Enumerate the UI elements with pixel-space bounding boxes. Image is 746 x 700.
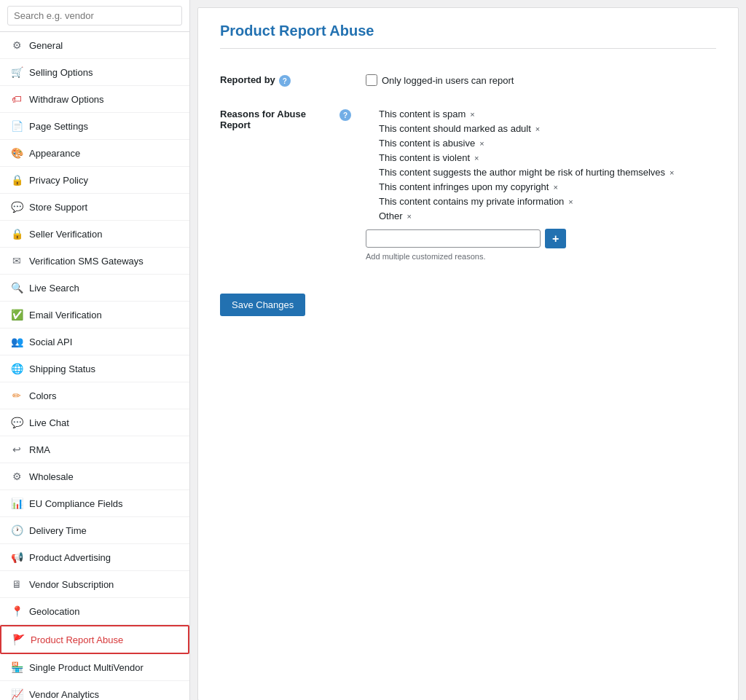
reasons-label: Reasons for Abuse Report [220, 109, 336, 130]
rma-icon: ↩ [10, 443, 23, 456]
sidebar-item-store-support[interactable]: 💬Store Support [0, 194, 189, 221]
sidebar: ⚙General🛒Selling Options🏷Withdraw Option… [0, 0, 190, 700]
sidebar-item-email-verification[interactable]: ✅Email Verification [0, 302, 189, 329]
reported-by-field-cell: Only logged-in users can report [366, 63, 716, 98]
sidebar-item-label-selling-options: Selling Options [29, 67, 93, 78]
add-reason-hint: Add multiple customized reasons. [366, 252, 716, 261]
reason-item-violent: This content is violent× [379, 152, 716, 163]
sidebar-item-colors[interactable]: ✏Colors [0, 382, 189, 409]
reported-by-checkbox[interactable] [366, 74, 377, 86]
reason-remove-other[interactable]: × [407, 212, 412, 221]
sidebar-item-label-colors: Colors [29, 390, 57, 401]
sidebar-item-single-product-multivendor[interactable]: 🏪Single Product MultiVendor [0, 654, 189, 681]
sidebar-item-rma[interactable]: ↩RMA [0, 436, 189, 463]
reasons-row: Reasons for Abuse Report ? This content … [220, 98, 716, 272]
reason-remove-violent[interactable]: × [474, 154, 479, 162]
general-icon: ⚙ [10, 39, 23, 52]
sidebar-item-verification-sms[interactable]: ✉Verification SMS Gateways [0, 248, 189, 275]
eu-compliance-icon: 📊 [10, 497, 23, 510]
sidebar-item-social-api[interactable]: 👥Social API [0, 329, 189, 355]
sidebar-item-seller-verification[interactable]: 🔒Seller Verification [0, 221, 189, 248]
reason-text-abusive: This content is abusive [379, 138, 475, 149]
reported-by-checkbox-row: Only logged-in users can report [366, 74, 716, 86]
sidebar-item-vendor-analytics[interactable]: 📈Vendor Analytics [0, 681, 189, 700]
sidebar-item-page-settings[interactable]: 📄Page Settings [0, 113, 189, 140]
seller-verification-icon: 🔒 [10, 227, 23, 240]
sidebar-search-input[interactable] [7, 6, 182, 25]
sidebar-item-label-live-chat: Live Chat [29, 417, 69, 428]
add-reason-input[interactable] [366, 229, 541, 248]
sidebar-item-label-shipping-status: Shipping Status [29, 363, 95, 374]
sidebar-item-label-product-advertising: Product Advertising [29, 552, 111, 563]
add-reason-button[interactable]: + [545, 229, 566, 248]
sidebar-item-label-single-product-multivendor: Single Product MultiVendor [29, 662, 144, 673]
sidebar-item-label-privacy-policy: Privacy Policy [29, 175, 88, 186]
page-settings-icon: 📄 [10, 119, 23, 133]
sidebar-item-product-report-abuse[interactable]: 🚩Product Report Abuse [0, 625, 189, 654]
reason-remove-hurting[interactable]: × [670, 168, 674, 177]
sidebar-item-label-product-report-abuse: Product Report Abuse [31, 634, 123, 645]
sidebar-item-live-chat[interactable]: 💬Live Chat [0, 409, 189, 436]
privacy-policy-icon: 🔒 [10, 173, 23, 186]
sidebar-item-label-verification-sms: Verification SMS Gateways [29, 256, 144, 267]
sidebar-item-vendor-subscription[interactable]: 🖥Vendor Subscription [0, 571, 189, 598]
sidebar-item-label-eu-compliance: EU Compliance Fields [29, 498, 123, 509]
appearance-icon: 🎨 [10, 146, 23, 160]
sidebar-item-geolocation[interactable]: 📍Geolocation [0, 598, 189, 625]
add-reason-row: + [366, 229, 716, 248]
withdraw-options-icon: 🏷 [10, 93, 23, 106]
sidebar-item-label-social-api: Social API [29, 337, 72, 347]
main-content: Product Report Abuse Reported by ? Only [197, 7, 739, 700]
sidebar-item-withdraw-options[interactable]: 🏷Withdraw Options [0, 86, 189, 113]
sidebar-item-label-withdraw-options: Withdraw Options [29, 94, 104, 105]
sidebar-item-label-email-verification: Email Verification [29, 310, 102, 320]
reasons-help-icon[interactable]: ? [339, 109, 351, 121]
reason-remove-private[interactable]: × [568, 197, 573, 206]
reasons-field-cell: This content is spam×This content should… [366, 98, 716, 272]
reasons-label-cell: Reasons for Abuse Report ? [220, 98, 366, 272]
sidebar-item-label-vendor-analytics: Vendor Analytics [29, 689, 99, 700]
sidebar-item-label-delivery-time: Delivery Time [29, 525, 87, 536]
reported-by-checkbox-label: Only logged-in users can report [382, 75, 514, 86]
sidebar-item-eu-compliance[interactable]: 📊EU Compliance Fields [0, 490, 189, 517]
sidebar-item-label-seller-verification: Seller Verification [29, 229, 102, 240]
reason-item-copyright: This content infringes upon my copyright… [379, 181, 716, 192]
social-api-icon: 👥 [10, 335, 23, 348]
sidebar-item-label-general: General [29, 40, 63, 51]
sidebar-item-wholesale[interactable]: ⚙Wholesale [0, 463, 189, 490]
reason-item-other: Other× [379, 211, 716, 221]
reason-text-hurting: This content suggests the author might b… [379, 167, 665, 178]
reason-item-spam: This content is spam× [379, 109, 716, 119]
verification-sms-icon: ✉ [10, 254, 23, 267]
sidebar-item-product-advertising[interactable]: 📢Product Advertising [0, 544, 189, 571]
sidebar-item-label-geolocation: Geolocation [29, 606, 79, 617]
sidebar-item-shipping-status[interactable]: 🌐Shipping Status [0, 355, 189, 382]
shipping-status-icon: 🌐 [10, 362, 23, 375]
live-chat-icon: 💬 [10, 416, 23, 429]
sidebar-item-privacy-policy[interactable]: 🔒Privacy Policy [0, 167, 189, 194]
sidebar-item-label-wholesale: Wholesale [29, 471, 74, 482]
product-advertising-icon: 📢 [10, 551, 23, 564]
reason-remove-abusive[interactable]: × [479, 139, 484, 148]
store-support-icon: 💬 [10, 200, 23, 213]
form-table: Reported by ? Only logged-in users can r… [220, 63, 716, 272]
reason-text-other: Other [379, 211, 403, 221]
sidebar-item-appearance[interactable]: 🎨Appearance [0, 140, 189, 167]
reason-remove-copyright[interactable]: × [553, 183, 557, 192]
reported-by-label: Reported by [220, 74, 275, 85]
selling-options-icon: 🛒 [10, 66, 23, 79]
delivery-time-icon: 🕐 [10, 524, 23, 537]
reason-remove-adult[interactable]: × [535, 125, 540, 133]
page-title: Product Report Abuse [220, 23, 716, 49]
sidebar-item-general[interactable]: ⚙General [0, 32, 189, 59]
sidebar-item-delivery-time[interactable]: 🕐Delivery Time [0, 517, 189, 544]
reason-text-private: This content contains my private informa… [379, 196, 564, 207]
reason-text-copyright: This content infringes upon my copyright [379, 181, 549, 192]
reason-remove-spam[interactable]: × [470, 110, 474, 119]
save-changes-button[interactable]: Save Changes [220, 294, 305, 316]
sidebar-item-selling-options[interactable]: 🛒Selling Options [0, 59, 189, 86]
sidebar-item-live-search[interactable]: 🔍Live Search [0, 275, 189, 302]
product-report-abuse-icon: 🚩 [12, 633, 25, 646]
sidebar-item-label-live-search: Live Search [29, 283, 79, 294]
reported-by-help-icon[interactable]: ? [279, 75, 291, 87]
